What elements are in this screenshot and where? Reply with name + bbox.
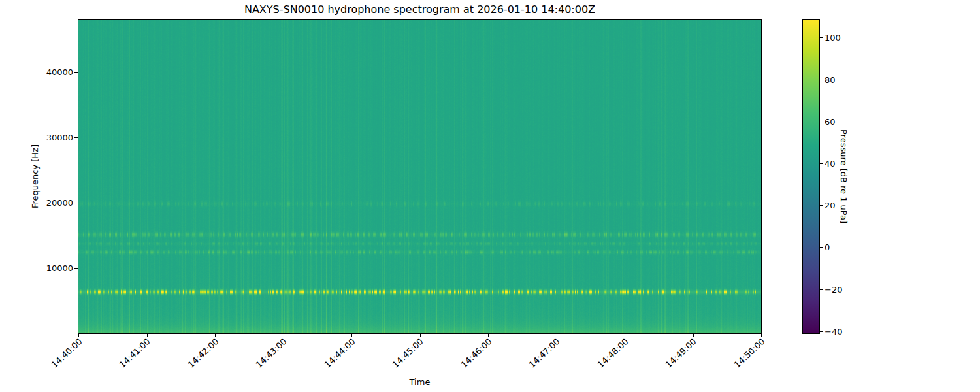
y-tick-label: 20000	[0, 198, 73, 208]
y-tick-mark	[74, 72, 78, 73]
colorbar-tick-mark	[820, 163, 823, 164]
x-tick-label: 14:45:00	[391, 336, 425, 370]
x-tick-label: 14:49:00	[664, 336, 698, 370]
colorbar-tick-label: 100	[825, 33, 841, 42]
colorbar-tick-label: 40	[825, 159, 836, 169]
colorbar-tick-mark	[820, 37, 823, 38]
y-tick-label: 40000	[0, 67, 73, 77]
y-tick-mark	[74, 268, 78, 269]
x-tick-mark	[625, 334, 625, 337]
x-tick-mark	[284, 334, 284, 337]
x-tick-label: 14:40:00	[49, 336, 84, 370]
x-tick-label: 14:41:00	[118, 336, 152, 370]
x-tick-mark	[215, 334, 216, 337]
figure-root: NAXYS-SN0010 hydrophone spectrogram at 2…	[0, 0, 980, 392]
x-tick-mark	[147, 334, 148, 337]
colorbar-tick-label: 20	[825, 201, 836, 210]
colorbar-tick-label: −40	[825, 327, 842, 336]
colorbar-tick-label: 80	[825, 75, 836, 85]
x-tick-mark	[420, 334, 421, 337]
colorbar-tick-label: −20	[825, 285, 842, 295]
x-tick-label: 14:44:00	[322, 336, 357, 370]
spectrogram-canvas	[78, 20, 761, 333]
x-tick-mark	[351, 334, 352, 337]
x-tick-label: 14:47:00	[527, 336, 562, 370]
x-tick-label: 14:50:00	[732, 336, 766, 370]
colorbar	[802, 19, 820, 334]
x-tick-label: 14:46:00	[459, 336, 493, 370]
colorbar-tick-mark	[820, 205, 823, 206]
colorbar-tick-mark	[820, 289, 823, 290]
x-tick-mark	[78, 334, 79, 337]
x-tick-label: 14:42:00	[186, 336, 220, 370]
plot-area	[78, 19, 762, 334]
x-tick-mark	[761, 334, 762, 337]
colorbar-gradient	[803, 20, 819, 333]
y-tick-mark	[74, 137, 78, 138]
y-tick-mark	[74, 203, 78, 203]
x-tick-label: 14:43:00	[254, 336, 289, 370]
chart-title: NAXYS-SN0010 hydrophone spectrogram at 2…	[78, 4, 761, 16]
y-tick-label: 10000	[0, 263, 73, 273]
colorbar-tick-label: 0	[825, 242, 830, 252]
x-tick-label: 14:48:00	[595, 336, 630, 370]
x-tick-mark	[488, 334, 489, 337]
colorbar-tick-label: 60	[825, 117, 836, 127]
colorbar-tick-mark	[820, 122, 823, 122]
colorbar-tick-mark	[820, 247, 823, 248]
x-axis-label: Time	[78, 377, 761, 387]
y-tick-label: 30000	[0, 133, 73, 142]
colorbar-tick-mark	[820, 80, 823, 80]
x-tick-mark	[557, 334, 557, 337]
x-tick-mark	[693, 334, 694, 337]
colorbar-tick-mark	[820, 331, 823, 332]
